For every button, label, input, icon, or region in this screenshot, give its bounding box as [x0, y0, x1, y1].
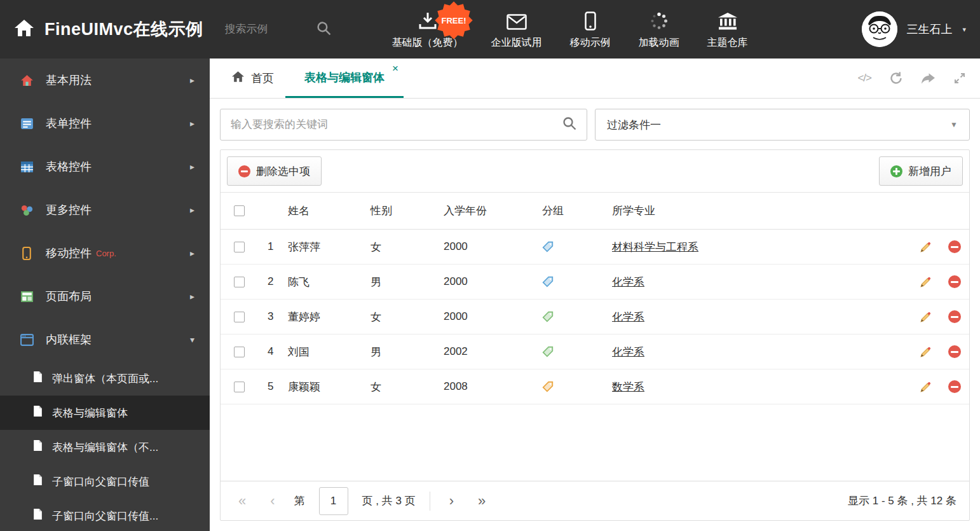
cell-name: 董婷婷: [288, 310, 371, 324]
row-checkbox[interactable]: [234, 242, 245, 252]
delete-icon[interactable]: [948, 345, 961, 358]
prev-page-button[interactable]: ‹: [265, 494, 280, 508]
add-user-button[interactable]: 新增用户: [879, 156, 963, 186]
major-link[interactable]: 数学系: [612, 381, 644, 393]
brand-home-link[interactable]: FineUIMvc在线示例: [14, 18, 203, 41]
table-row: 5 康颖颖 女 2008 数学系: [221, 369, 969, 404]
delete-icon[interactable]: [948, 275, 961, 288]
pager-divider: [430, 492, 430, 511]
next-page-button[interactable]: ›: [444, 494, 459, 508]
column-header-group[interactable]: 分组: [542, 203, 612, 218]
sidebar-item-label: 表单控件: [46, 116, 92, 131]
nav-item-mobile-demo[interactable]: 移动示例: [570, 9, 611, 50]
form-icon: [19, 118, 34, 130]
edit-icon[interactable]: [920, 346, 932, 358]
chevron-right-icon: ▸: [190, 162, 194, 172]
tab-home[interactable]: 首页: [220, 59, 285, 98]
nav-item-label: 企业版试用: [491, 36, 542, 50]
sidebar-item-mobile-controls[interactable]: 移动控件 Corp. ▸: [0, 231, 210, 275]
tab-label: 表格与编辑窗体: [304, 70, 385, 85]
download-icon: [418, 11, 437, 31]
mobile-icon: [585, 11, 596, 31]
chevron-down-icon: ▼: [950, 120, 958, 129]
select-all-checkbox[interactable]: [234, 205, 245, 216]
column-header-gender[interactable]: 性别: [371, 203, 444, 218]
delete-selected-button[interactable]: 删除选中项: [227, 156, 322, 186]
sidebar-item-more-controls[interactable]: 更多控件 ▸: [0, 188, 210, 231]
table-icon: [19, 161, 34, 173]
column-header-name[interactable]: 姓名: [288, 203, 371, 218]
sidebar-item-basic-usage[interactable]: 基本用法 ▸: [0, 59, 210, 102]
edit-icon[interactable]: [920, 276, 932, 288]
first-page-button[interactable]: «: [233, 494, 251, 508]
sidebar-item-grid-controls[interactable]: 表格控件 ▸: [0, 145, 210, 188]
filter-dropdown[interactable]: 过滤条件一 ▼: [595, 109, 970, 141]
major-link[interactable]: 化学系: [612, 276, 644, 288]
table-header-row: 姓名 性别 入学年份 分组 所学专业: [221, 193, 969, 230]
row-checkbox[interactable]: [234, 347, 245, 357]
nav-item-basic-edition[interactable]: 基础版（免费）: [392, 9, 463, 50]
cell-gender: 女: [371, 310, 444, 324]
edit-icon[interactable]: [920, 311, 932, 323]
pagination-bar: « ‹ 第 页 , 共 3 页 › » 显示 1 - 5 条 , 共 12 条: [221, 481, 969, 520]
nav-item-label: 移动示例: [570, 36, 611, 50]
search-icon[interactable]: [316, 21, 331, 38]
chevron-down-icon: ▾: [190, 334, 194, 345]
sidebar-subitem-popup-window[interactable]: 弹出窗体（本页面或...: [0, 361, 210, 396]
sidebar-item-iframe[interactable]: 内联框架 ▾: [0, 318, 210, 361]
source-code-icon[interactable]: </>: [857, 72, 871, 85]
delete-selected-label: 删除选中项: [256, 164, 310, 179]
refresh-icon[interactable]: [889, 71, 903, 85]
cell-year: 2000: [444, 275, 542, 288]
edit-icon[interactable]: [920, 381, 932, 393]
top-header: FineUIMvc在线示例 FREE! 基础版（免费） 企业: [0, 0, 980, 59]
last-page-button[interactable]: »: [473, 494, 491, 508]
row-checkbox[interactable]: [234, 382, 245, 392]
grid-panel: 删除选中项 新增用户 姓名 性别 入学年份 分组: [220, 149, 970, 521]
major-link[interactable]: 材料科学与工程系: [612, 241, 698, 253]
delete-icon[interactable]: [948, 310, 961, 323]
cell-name: 陈飞: [288, 275, 371, 289]
cell-gender: 男: [371, 345, 444, 359]
sidebar-item-form-controls[interactable]: 表单控件 ▸: [0, 102, 210, 145]
home-icon: [231, 71, 245, 86]
chevron-right-icon: ▸: [190, 248, 194, 258]
tag-icon: [542, 346, 554, 357]
sidebar-subitem-label: 子窗口向父窗口传值: [52, 474, 149, 489]
sidebar-subitem-grid-edit-window-2[interactable]: 表格与编辑窗体（不...: [0, 430, 210, 464]
nav-item-theme-repo[interactable]: 主题仓库: [707, 9, 748, 50]
sidebar-item-label: 内联框架: [46, 332, 92, 347]
sidebar-item-page-layout[interactable]: 页面布局 ▸: [0, 275, 210, 318]
row-checkbox[interactable]: [234, 277, 245, 287]
column-header-major[interactable]: 所学专业: [612, 203, 911, 218]
nav-item-loading-animations[interactable]: 加载动画: [639, 9, 679, 50]
tab-grid-edit-window[interactable]: 表格与编辑窗体 ×: [285, 59, 404, 98]
edit-icon[interactable]: [920, 241, 932, 253]
mobile-color-icon: [19, 247, 34, 260]
search-icon[interactable]: [562, 116, 576, 133]
delete-icon[interactable]: [948, 240, 961, 253]
user-menu[interactable]: 三生石上 ▾: [862, 11, 966, 47]
row-number: 1: [259, 240, 288, 253]
column-header-year[interactable]: 入学年份: [444, 203, 542, 218]
sidebar-subitem-child-to-parent-2[interactable]: 子窗口向父窗口传值...: [0, 499, 210, 531]
row-checkbox[interactable]: [234, 312, 245, 322]
sidebar-subitem-label: 子窗口向父窗口传值...: [52, 509, 158, 523]
sidebar-subitem-child-to-parent[interactable]: 子窗口向父窗口传值: [0, 464, 210, 499]
header-search-input[interactable]: [225, 23, 308, 36]
fullscreen-icon[interactable]: [953, 72, 966, 85]
major-link[interactable]: 化学系: [612, 311, 644, 323]
nav-item-enterprise-trial[interactable]: 企业版试用: [491, 9, 542, 50]
app-title: FineUIMvc在线示例: [44, 18, 203, 41]
sidebar-subitem-grid-edit-window[interactable]: 表格与编辑窗体: [0, 396, 210, 430]
major-link[interactable]: 化学系: [612, 346, 644, 358]
sidebar-subitem-label: 弹出窗体（本页面或...: [52, 371, 158, 386]
current-page-input[interactable]: [319, 487, 348, 515]
main-area: 首页 表格与编辑窗体 × </>: [210, 59, 980, 531]
delete-icon[interactable]: [948, 380, 961, 393]
keyword-search-input[interactable]: [231, 118, 562, 131]
tab-label: 首页: [251, 71, 274, 86]
cell-year: 2000: [444, 240, 542, 253]
close-icon[interactable]: ×: [392, 63, 398, 74]
open-new-window-icon[interactable]: [921, 72, 936, 85]
